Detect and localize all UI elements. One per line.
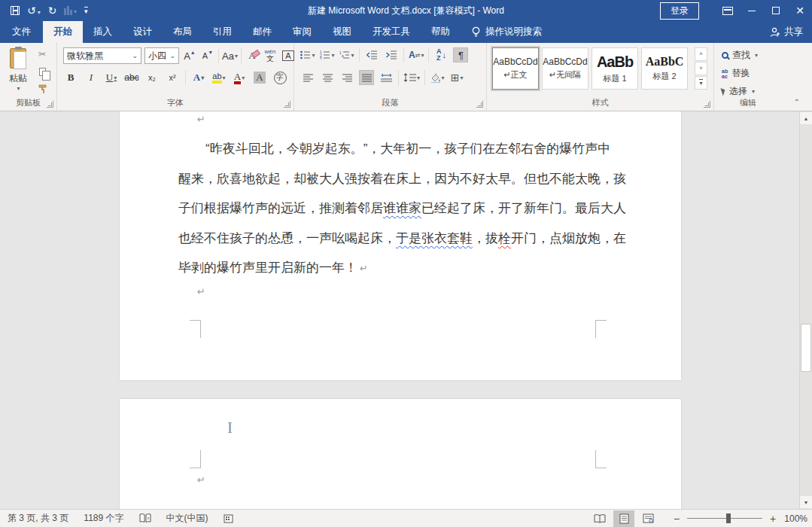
shrink-font-button[interactable]: A [200,48,215,63]
underline-button[interactable]: U [104,70,119,85]
macro-status[interactable] [216,510,241,527]
italic-button[interactable]: I [84,70,99,85]
tab-帮助[interactable]: 帮助 [421,21,461,43]
tell-me-search[interactable]: 操作说明搜索 [464,21,549,43]
select-button[interactable]: 选择 [722,85,758,98]
zoom-slider[interactable] [687,518,762,519]
styles-scroll-up-button[interactable]: ˄ [695,47,707,61]
scroll-up-button[interactable]: ▲ [800,112,812,124]
find-button[interactable]: 查找 [722,49,758,62]
increase-indent-button[interactable] [384,47,399,62]
font-name-combo[interactable]: 微软雅黑⌄ [63,47,141,64]
multilevel-list-button[interactable]: 1a [339,47,354,62]
text-highlight-button[interactable]: ab [211,70,227,85]
bullets-button[interactable] [300,47,315,62]
font-size-combo[interactable]: 小四⌄ [144,47,179,64]
group-paragraph: 123 1a A⇄ AZ↓ ¶ [294,43,487,111]
strikethrough-button[interactable]: abc [124,70,139,85]
justify-button[interactable] [359,70,374,85]
styles-scroll-down-button[interactable]: ˅ [695,62,707,75]
tab-审阅[interactable]: 审阅 [282,21,322,43]
tab-开发工具[interactable]: 开发工具 [362,21,421,43]
font-color-button[interactable]: A [232,70,247,85]
decrease-indent-button[interactable] [364,47,379,62]
document-page-1[interactable]: ↵ “昨夜斗回北，今朝岁起东。”，大年初一，孩子们在左邻右舍的爆竹声中醒来，欣喜… [120,111,681,380]
clipboard-dialog-launcher[interactable] [47,101,53,108]
show-hide-marks-button[interactable]: ¶ [453,47,468,62]
zoom-out-button[interactable]: − [672,513,681,525]
text-effects-button[interactable]: A [191,70,206,85]
enclose-characters-button[interactable]: 字 [272,70,287,85]
minimize-button[interactable] [740,0,764,21]
collapse-ribbon-button[interactable]: ⌃ [794,98,800,106]
cut-button[interactable]: ✂ [35,47,50,61]
proofing-status[interactable]: x [132,510,159,527]
style-card-4[interactable]: AaBbC标题 2 [641,47,688,90]
replace-button[interactable]: abac替换 [722,67,758,80]
copy-icon [39,68,46,76]
scrollbar-thumb[interactable] [801,324,811,372]
copy-button[interactable] [35,65,50,78]
page-number-status[interactable]: 第 3 页, 共 3 页 [0,510,76,527]
maximize-button[interactable] [764,0,788,21]
tab-视图[interactable]: 视图 [322,21,362,43]
zoom-in-button[interactable]: + [768,513,777,525]
borders-button[interactable]: ⊞ [449,70,464,85]
zoom-level[interactable]: 100% [780,513,807,524]
tab-布局[interactable]: 布局 [163,21,202,43]
style-card-1[interactable]: AaBbCcDd↵正文 [492,47,539,90]
font-dialog-launcher[interactable] [284,101,290,108]
style-card-3[interactable]: AaBb标题 1 [592,47,638,90]
align-right-button[interactable] [339,70,354,85]
numbering-button[interactable]: 123 [320,47,335,62]
clear-formatting-button[interactable]: A [245,48,260,63]
language-status[interactable]: 中文(中国) [159,510,216,527]
align-center-button[interactable] [320,70,335,85]
undo-button[interactable]: ↺▾ [27,5,41,16]
phonetic-guide-button[interactable]: wén文 [263,48,278,63]
tab-引用[interactable]: 引用 [202,21,242,43]
style-card-2[interactable]: AaBbCcDd↵无间隔 [542,47,588,90]
share-button[interactable]: 共享 [770,21,803,43]
character-shading-button[interactable]: A [252,70,267,85]
superscript-button[interactable]: x² [165,70,180,85]
bold-button[interactable]: B [63,70,78,85]
scroll-down-button[interactable]: ▼ [800,496,812,508]
paste-button[interactable]: 粘贴 [5,47,32,96]
format-painter-button[interactable] [35,82,50,96]
print-layout-button[interactable] [613,510,634,527]
close-button[interactable]: ✕ [788,0,812,21]
character-border-button[interactable]: A [281,48,296,63]
save-button[interactable] [11,6,20,15]
vertical-scrollbar[interactable]: ▲ ▼ [799,111,812,509]
zoom-slider-thumb[interactable] [726,513,731,523]
grow-font-button[interactable]: A [182,48,197,63]
customize-qat-button[interactable]: ▾ [84,7,88,15]
shading-button[interactable] [430,70,445,85]
line-spacing-button[interactable] [403,70,420,85]
tab-设计[interactable]: 设计 [123,21,163,43]
styles-dialog-launcher[interactable] [704,101,710,108]
sort-button[interactable]: AZ↓ [433,47,449,62]
document-paragraph[interactable]: “昨夜斗回北，今朝岁起东。”，大年初一，孩子们在左邻右舍的爆竹声中醒来，欣喜地欲… [178,134,601,283]
change-case-button[interactable]: Aa [222,48,238,63]
word-count-status[interactable]: 1189 个字 [76,510,131,527]
web-layout-button[interactable] [637,510,658,527]
sign-in-button[interactable]: 登录 [660,2,699,20]
tab-邮件[interactable]: 邮件 [242,21,282,43]
ribbon-display-options-button[interactable] [716,0,740,21]
subscript-button[interactable]: x₂ [144,70,160,85]
paragraph-dialog-launcher[interactable] [476,101,483,108]
styles-more-button[interactable]: ▾ [695,76,707,90]
document-page-2[interactable]: I ↵ [120,399,681,509]
tab-file[interactable]: 文件 [0,21,43,43]
tab-开始[interactable]: 开始 [43,21,83,43]
distribute-button[interactable] [379,70,394,85]
tab-插入[interactable]: 插入 [83,21,123,43]
align-left-button[interactable] [300,70,315,85]
font-name-value: 微软雅黑 [67,50,103,62]
text-segment: 也经不住孩子的怂恿，一声吆喝起床， [178,231,396,245]
redo-button[interactable]: ↻ [48,5,57,16]
read-mode-button[interactable] [589,510,610,527]
asian-layout-button[interactable]: A⇄ [409,47,424,62]
